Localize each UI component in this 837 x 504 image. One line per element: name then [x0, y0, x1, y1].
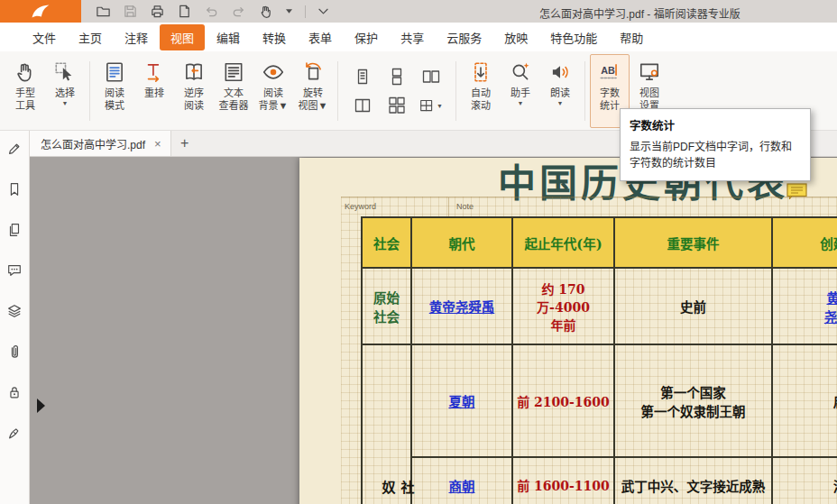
menu-convert[interactable]: 转换 [252, 24, 297, 50]
menu-bar: 文件 主页 注释 视图 编辑 转换 表单 保护 共享 云服务 放映 特色功能 帮… [0, 23, 837, 51]
comments-panel-icon[interactable] [5, 261, 23, 279]
dynasty-link[interactable]: 夏朝 [449, 394, 475, 409]
layers-panel-icon[interactable] [5, 302, 23, 320]
new-tab-button[interactable]: + [171, 131, 198, 156]
customize-toolbar-button[interactable] [317, 7, 329, 16]
read-aloud-button[interactable]: 朗读 ▼ [540, 54, 580, 128]
hand-tool-quick-button[interactable] [258, 4, 273, 19]
menu-view[interactable]: 视图 [160, 24, 205, 50]
signature-panel-icon[interactable] [5, 424, 23, 442]
founder-cell: 汤 [772, 457, 837, 504]
print-button[interactable] [150, 4, 165, 19]
menu-present[interactable]: 放映 [493, 24, 538, 50]
foxit-reader-window: 怎么面对高中学习.pdf - 福昕阅读器专业版 文件 主页 注释 视图 编辑 转… [0, 0, 837, 504]
dynasty-link[interactable]: 黄帝尧舜禹 [429, 299, 495, 315]
founder-cell: 黄帝尧|舜 [772, 268, 837, 344]
hand-tool-dropdown-icon[interactable] [285, 8, 293, 14]
pages-panel-icon[interactable] [5, 221, 23, 239]
book-view-button[interactable] [346, 93, 379, 119]
word-count-tooltip: 字数统计 显示当前PDF文档中字词，行数和字符数的统计数目 [620, 108, 811, 181]
view-settings-label: 视图 [639, 87, 659, 99]
keyword-label: Keyword [345, 202, 376, 211]
menu-help[interactable]: 帮助 [609, 24, 654, 50]
menu-protect[interactable]: 保护 [344, 24, 389, 50]
founder-link[interactable]: 黄帝 [773, 288, 837, 307]
security-panel-icon[interactable] [5, 383, 23, 401]
word-count-label: 字数 [600, 87, 620, 99]
assistant-magnifier-icon [509, 58, 532, 87]
assistant-button[interactable]: 助手 ▼ [501, 54, 540, 128]
document-column: 怎么面对高中学习.pdf × + 中国历史朝代表 Keyword [30, 131, 837, 504]
assistant-dropdown-icon[interactable]: ▼ [518, 99, 524, 107]
bookmarks-panel-icon[interactable] [5, 180, 23, 198]
export-button[interactable] [177, 4, 192, 19]
menu-form[interactable]: 表单 [298, 24, 343, 50]
text-viewer-button[interactable]: 文本 查看器 [214, 54, 253, 128]
event-text: 第一个国家 [615, 382, 771, 401]
dynasty-cell: 黄帝尧舜禹 [411, 268, 512, 344]
annotation-panel-icon[interactable] [5, 140, 23, 158]
split-view-dropdown-icon[interactable]: ▼ [437, 103, 443, 109]
reflow-icon [143, 58, 166, 87]
founder-link[interactable]: 尧|舜 [773, 307, 837, 325]
rotate-view-label-2: 视图▼ [299, 99, 328, 112]
select-dropdown-icon[interactable]: ▼ [62, 99, 69, 107]
table-row: 原始社会 黄帝尧舜禹 约 170 万-4000年前 史前 黄帝尧|舜 [362, 268, 837, 344]
read-background-button[interactable]: 阅读 背景▼ [253, 54, 293, 128]
read-aloud-label: 朗读 [550, 87, 570, 99]
panel-expander-icon[interactable] [37, 399, 45, 413]
document-canvas[interactable]: 中国历史朝代表 Keyword Note 社会 [30, 157, 837, 504]
note-label: Note [456, 202, 474, 211]
app-logo[interactable] [0, 0, 81, 23]
continuous-facing-view-button[interactable] [381, 93, 413, 119]
ribbon-separator [584, 61, 585, 121]
read-background-label-2: 背景▼ [259, 99, 289, 112]
period-cell: 前 1600-1100 [512, 457, 614, 504]
menu-home[interactable]: 主页 [68, 24, 113, 50]
band-divider [448, 197, 449, 216]
menu-file[interactable]: 文件 [22, 24, 67, 50]
open-file-button[interactable] [96, 4, 111, 19]
menu-cloud[interactable]: 云服务 [436, 24, 492, 50]
header-events: 重要事件 [614, 217, 772, 268]
save-button[interactable] [123, 4, 138, 19]
dynasty-cell: 夏朝 [411, 344, 512, 457]
select-tool-button[interactable]: 选择 ▼ [45, 54, 85, 128]
table-header-row: 社会 朝代 起止年代(年) 重要事件 创建人 [362, 217, 837, 268]
facing-view-button[interactable] [415, 64, 447, 90]
svg-text:AB: AB [601, 65, 615, 76]
auto-scroll-label: 自动 [471, 87, 491, 99]
read-background-label: 阅读 [263, 87, 283, 99]
attachments-panel-icon[interactable] [5, 343, 23, 361]
tab-close-icon[interactable]: × [154, 138, 161, 150]
read-mode-button[interactable]: 阅读 模式 [95, 54, 134, 128]
history-dynasty-table: 社会 朝代 起止年代(年) 重要事件 创建人 原始社会 黄帝尧舜禹 约 170 … [361, 216, 837, 504]
single-page-view-button[interactable] [346, 64, 379, 90]
hand-tool-button[interactable]: 手型 工具 [5, 54, 45, 128]
reverse-read-button[interactable]: 逆序 阅读 [174, 54, 214, 128]
society-vertical-text: 奴隶社会 [379, 474, 395, 504]
menu-edit[interactable]: 编辑 [206, 24, 251, 50]
auto-scroll-icon [469, 58, 492, 87]
table-row: 商朝 前 1600-1100 武丁中兴、文字接近成熟 汤 [362, 457, 837, 504]
text-viewer-icon [222, 58, 245, 87]
menu-features[interactable]: 特色功能 [539, 24, 608, 50]
view-settings-icon [638, 58, 661, 87]
split-view-button[interactable]: ▼ [415, 93, 447, 119]
document-tab[interactable]: 怎么面对高中学习.pdf × [30, 131, 171, 156]
period-text: 约 170 万-4000 [513, 279, 613, 316]
main-area: 怎么面对高中学习.pdf × + 中国历史朝代表 Keyword [0, 131, 837, 504]
auto-scroll-button[interactable]: 自动 滚动 [461, 54, 501, 128]
reflow-button[interactable]: 重排 [134, 54, 174, 128]
reverse-read-label-2: 阅读 [184, 99, 204, 112]
dynasty-link[interactable]: 商朝 [449, 479, 475, 494]
read-aloud-dropdown-icon[interactable]: ▼ [557, 99, 564, 107]
menu-comment[interactable]: 注释 [114, 24, 159, 50]
redo-button[interactable] [231, 4, 246, 19]
society-merged-cell: 奴隶社会 [362, 344, 411, 504]
undo-button[interactable] [204, 4, 219, 19]
continuous-view-button[interactable] [381, 64, 413, 90]
rotate-view-button[interactable]: 旋转 视图▼ [293, 54, 333, 128]
select-tool-label: 选择 [55, 87, 75, 99]
menu-share[interactable]: 共享 [390, 24, 435, 50]
